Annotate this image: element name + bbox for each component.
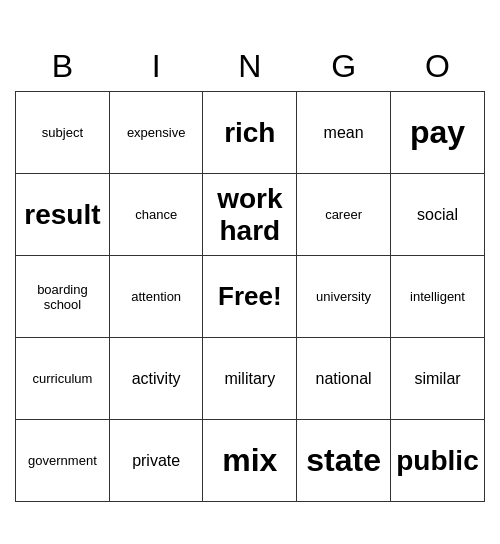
bingo-cell: career: [297, 174, 391, 256]
bingo-row: subjectexpensiverichmeanpay: [16, 92, 485, 174]
bingo-card: BINGO subjectexpensiverichmeanpayresultc…: [15, 42, 485, 503]
bingo-header-i: I: [109, 42, 203, 92]
bingo-cell: rich: [203, 92, 297, 174]
bingo-cell: private: [109, 420, 203, 502]
bingo-cell: subject: [16, 92, 110, 174]
bingo-cell: result: [16, 174, 110, 256]
bingo-cell: attention: [109, 256, 203, 338]
bingo-cell: national: [297, 338, 391, 420]
bingo-cell: military: [203, 338, 297, 420]
bingo-cell: similar: [391, 338, 485, 420]
bingo-cell: public: [391, 420, 485, 502]
bingo-cell: expensive: [109, 92, 203, 174]
bingo-cell: Free!: [203, 256, 297, 338]
bingo-cell: pay: [391, 92, 485, 174]
bingo-row: governmentprivatemixstatepublic: [16, 420, 485, 502]
bingo-cell: state: [297, 420, 391, 502]
bingo-cell: university: [297, 256, 391, 338]
bingo-header-o: O: [391, 42, 485, 92]
bingo-cell: mean: [297, 92, 391, 174]
bingo-cell: government: [16, 420, 110, 502]
bingo-header-g: G: [297, 42, 391, 92]
bingo-cell: work hard: [203, 174, 297, 256]
bingo-row: resultchancework hardcareersocial: [16, 174, 485, 256]
bingo-header-b: B: [16, 42, 110, 92]
bingo-cell: intelligent: [391, 256, 485, 338]
bingo-cell: chance: [109, 174, 203, 256]
bingo-row: curriculumactivitymilitarynationalsimila…: [16, 338, 485, 420]
bingo-row: boarding schoolattentionFree!universityi…: [16, 256, 485, 338]
bingo-cell: mix: [203, 420, 297, 502]
bingo-cell: boarding school: [16, 256, 110, 338]
bingo-header-n: N: [203, 42, 297, 92]
bingo-cell: curriculum: [16, 338, 110, 420]
bingo-cell: activity: [109, 338, 203, 420]
bingo-cell: social: [391, 174, 485, 256]
